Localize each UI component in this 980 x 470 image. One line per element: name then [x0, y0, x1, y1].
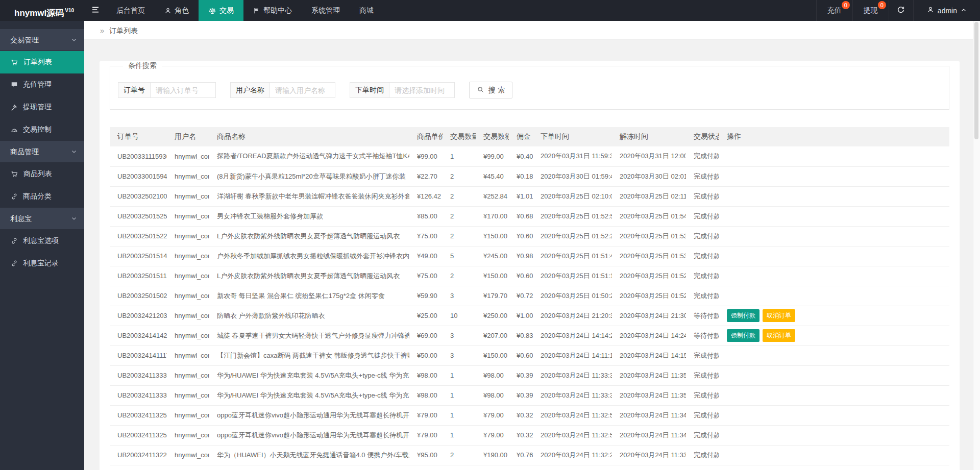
cell-actions: [719, 385, 949, 405]
cell-trade-qty: 2: [443, 186, 476, 206]
cell-trade-status: 完成付款: [686, 365, 719, 385]
force-pay-button[interactable]: 强制付款: [727, 309, 760, 322]
app-logo: hnymwl源码V10: [0, 0, 84, 21]
cell-unfreeze-time: 2020年03月25日 01:53:46: [612, 226, 686, 246]
cell-product-name: 华为/HUAWEI 华为快速充电套装 4.5V/5A充电头+type-c线 华为…: [209, 385, 409, 405]
top-menu-item[interactable]: 角色: [155, 0, 199, 21]
shortcut-label: 提现: [864, 6, 878, 15]
cell-username: hnymwl_com: [167, 345, 209, 365]
table-row: UB2003250151122348hnymwl_comL户外皮肤衣防紫外线防晒…: [110, 266, 949, 286]
sidebar-item-充值管理[interactable]: 充值管理: [0, 73, 84, 96]
sidebar-item-订单列表[interactable]: 订单列表: [0, 51, 84, 73]
top-menu-item[interactable]: 系统管理: [302, 0, 350, 21]
cell-order-time: 2020年03月24日 11:32:52: [533, 405, 612, 425]
cell-unfreeze-time: 2020年03月24日 11:35:17: [612, 385, 686, 405]
topbar-spacer: [383, 0, 816, 21]
cell-order-time: 2020年03月25日 01:50:29: [533, 286, 612, 306]
flag-icon: [253, 7, 260, 14]
cell-unfreeze-time: 2020年03月24日 14:24:26: [612, 326, 686, 345]
cancel-order-button[interactable]: 取消订单: [763, 329, 795, 342]
cell-order-no: UB2003241133302582: [110, 365, 167, 385]
cell-product-name: 华为（HUAWEI）小天鹅无线蓝牙免提通话音箱4.0 便携户外/车载迷你音响AM…: [209, 445, 409, 465]
top-menu-item[interactable]: 交易: [199, 0, 243, 21]
cell-trade-status: 完成付款: [686, 286, 719, 306]
column-header: 商品名称: [209, 127, 409, 146]
shortcut-充值[interactable]: 充值0: [816, 0, 852, 21]
sidebar-item-利息宝选项[interactable]: 利息宝选项: [0, 230, 84, 252]
sidebar-group-交易管理[interactable]: 交易管理: [0, 29, 84, 51]
sidebar-item-商品分类[interactable]: 商品分类: [0, 185, 84, 208]
cell-order-no: UB2003241132522736: [110, 405, 167, 425]
cart-icon: [11, 59, 18, 66]
cell-trade-amount: ¥252.84: [476, 186, 509, 206]
cell-trade-qty: 3: [443, 286, 476, 306]
link-icon: [11, 260, 18, 267]
cell-trade-qty: 10: [443, 306, 476, 326]
cell-trade-amount: ¥98.00: [476, 365, 509, 385]
chevron-down-icon: [71, 29, 77, 51]
sidebar-group-label: 利息宝: [10, 214, 32, 222]
field-input-订单号[interactable]: [151, 82, 216, 98]
cell-product-name: 城徒 春夏季速干裤男女大码轻薄快干透气户外修身显瘦弹力冲锋裤: [209, 326, 409, 345]
cell-order-time: 2020年03月25日 01:52:28: [533, 226, 612, 246]
cell-trade-status: 完成付款: [686, 226, 719, 246]
scrollbar-track[interactable]: [973, 21, 980, 470]
search-icon: [477, 86, 484, 95]
scrollbar-thumb[interactable]: [974, 22, 978, 139]
cell-trade-amount: ¥150.00: [476, 266, 509, 286]
cell-unfreeze-time: 2020年03月24日 11:34:10: [612, 425, 686, 445]
cell-order-time: 2020年03月25日 01:51:12: [533, 266, 612, 286]
top-menu-label: 交易: [219, 6, 234, 15]
cell-order-no: UB2003311159366848: [110, 146, 167, 166]
cell-username: hnymwl_com: [167, 206, 209, 226]
user-menu[interactable]: admin: [913, 0, 980, 21]
cell-actions: [719, 405, 949, 425]
cell-unit-price: ¥22.70: [409, 166, 443, 186]
sidebar-item-利息宝记录[interactable]: 利息宝记录: [0, 252, 84, 275]
force-pay-button[interactable]: 强制付款: [727, 329, 760, 342]
sidebar-item-商品列表[interactable]: 商品列表: [0, 163, 84, 185]
cell-username: hnymwl_com: [167, 286, 209, 306]
table-row: UB2003250152562976hnymwl_com男女冲锋衣工装棉服外套修…: [110, 206, 949, 226]
field-label: 订单号: [118, 82, 151, 98]
cell-unit-price: ¥98.00: [409, 385, 443, 405]
page-title: 订单列表: [109, 27, 138, 35]
sidebar-group-利息宝[interactable]: 利息宝: [0, 208, 84, 229]
shortcut-提现[interactable]: 提现0: [852, 0, 889, 21]
sidebar-group-商品管理[interactable]: 商品管理: [0, 141, 84, 162]
top-menu-item[interactable]: 帮助中心: [243, 0, 302, 21]
field-input-下单时间[interactable]: [389, 82, 455, 98]
cart-icon: [11, 170, 18, 178]
table-row: UB2003241414267659hnymwl_com城徒 春夏季速干裤男女大…: [110, 326, 949, 345]
top-menu-item[interactable]: 后台首页: [107, 0, 155, 21]
table-row: UB2003311159366848hnymwl_com探路者/TOREAD夏新…: [110, 146, 949, 166]
cell-username: hnymwl_com: [167, 385, 209, 405]
sidebar-item-提现管理[interactable]: 提现管理: [0, 96, 84, 118]
cancel-order-button[interactable]: 取消订单: [763, 309, 795, 322]
table-row: UB2003250152289202hnymwl_comL户外皮肤衣防紫外线防晒…: [110, 226, 949, 246]
search-button[interactable]: 搜 索: [469, 82, 512, 98]
hamburger-menu-button[interactable]: [84, 0, 107, 21]
top-menu-item[interactable]: 商城: [350, 0, 383, 21]
top-menu-label: 系统管理: [311, 6, 340, 15]
table-row: UB2003241133302582hnymwl_com华为/HUAWEI 华为…: [110, 365, 949, 385]
cell-trade-amount: ¥207.00: [476, 326, 509, 345]
cell-username: hnymwl_com: [167, 445, 209, 465]
column-header: 交易数量: [443, 127, 476, 146]
sidebar-item-交易控制[interactable]: 交易控制: [0, 118, 84, 141]
cell-unfreeze-time: 2020年03月30日 02:01:26: [612, 166, 686, 186]
refresh-button[interactable]: [889, 0, 913, 21]
cell-unfreeze-time: 2020年03月25日 01:54:28: [612, 206, 686, 226]
cell-unfreeze-time: 2020年03月25日 01:52:31: [612, 266, 686, 286]
chevron-down-icon: [71, 208, 77, 229]
field-input-用户名称[interactable]: [270, 82, 335, 98]
cell-unit-price: ¥25.00: [409, 306, 443, 326]
cell-actions: [719, 246, 949, 266]
sidebar-item-label: 充值管理: [23, 80, 52, 89]
cell-unfreeze-time: 2020年03月24日 21:30:30: [612, 306, 686, 326]
cell-trade-amount: ¥150.00: [476, 345, 509, 365]
cell-unit-price: ¥50.00: [409, 345, 443, 365]
search-panel: 条件搜索 订单号用户名称下单时间 搜 索: [110, 61, 949, 110]
cell-product-name: 洋湖轩榭 春秋季新款中老年男装连帽冲锋衣爸爸装休闲夹克衫外套男A: [209, 186, 409, 206]
link-icon: [11, 237, 18, 244]
